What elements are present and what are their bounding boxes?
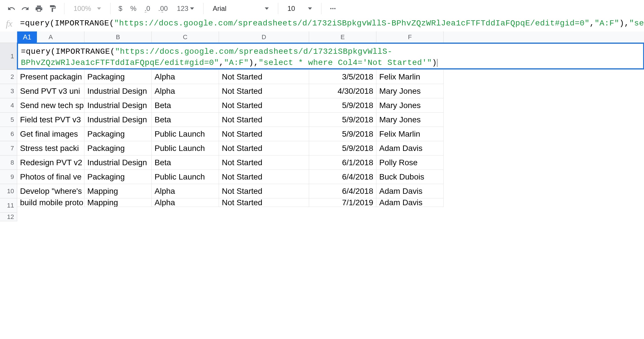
- cell[interactable]: Not Started: [219, 184, 309, 198]
- table-row: Stress test packiPackagingPublic LaunchN…: [17, 141, 644, 155]
- increase-decimal-button[interactable]: .00 →: [156, 5, 170, 13]
- column-header-e[interactable]: E: [309, 31, 376, 43]
- cell[interactable]: Get final images: [17, 127, 84, 141]
- row-header[interactable]: 5: [0, 113, 17, 127]
- column-header-c[interactable]: C: [152, 31, 219, 43]
- more-button[interactable]: [327, 3, 339, 14]
- cell[interactable]: Not Started: [219, 84, 309, 98]
- cell[interactable]: Industrial Design: [84, 113, 152, 127]
- row-header[interactable]: 3: [0, 84, 17, 98]
- cell[interactable]: Adam Davis: [376, 198, 444, 207]
- cell[interactable]: Alpha: [152, 198, 219, 207]
- cell[interactable]: 5/9/2018: [309, 113, 376, 127]
- cell[interactable]: Buck Dubois: [376, 170, 444, 184]
- cell[interactable]: Alpha: [152, 84, 219, 98]
- cell[interactable]: 5/9/2018: [309, 127, 376, 141]
- row-header[interactable]: 7: [0, 141, 17, 155]
- cell[interactable]: Packaging: [84, 70, 152, 84]
- row-header[interactable]: 1: [0, 43, 17, 70]
- formula-bar-input[interactable]: =query(IMPORTRANGE("https://docs.google.…: [15, 17, 644, 28]
- cell[interactable]: 6/1/2018: [309, 155, 376, 170]
- divider: [278, 3, 278, 14]
- cell[interactable]: Redesign PVT v2: [17, 155, 84, 170]
- decrease-decimal-button[interactable]: .0 ←: [142, 5, 153, 13]
- cell[interactable]: Not Started: [219, 155, 309, 170]
- toolbar: 100% $ % .0 ← .00 → 123 Arial 10: [0, 0, 644, 17]
- cell[interactable]: Alpha: [152, 70, 219, 84]
- redo-button[interactable]: [19, 3, 31, 14]
- font-size-select[interactable]: 10: [284, 3, 315, 14]
- cell[interactable]: Adam Davis: [376, 141, 444, 155]
- cell[interactable]: Beta: [152, 113, 219, 127]
- cell[interactable]: 6/4/2018: [309, 184, 376, 198]
- paint-format-button[interactable]: [47, 3, 58, 14]
- row-header[interactable]: 6: [0, 127, 17, 141]
- cell[interactable]: Beta: [152, 155, 219, 170]
- cell[interactable]: Adam Davis: [376, 184, 444, 198]
- cell[interactable]: 6/4/2018: [309, 170, 376, 184]
- cell[interactable]: Mary Jones: [376, 98, 444, 113]
- undo-button[interactable]: [6, 3, 17, 14]
- cell[interactable]: Polly Rose: [376, 155, 444, 170]
- cell[interactable]: Not Started: [219, 170, 309, 184]
- cell[interactable]: Industrial Design: [84, 84, 152, 98]
- cell[interactable]: Develop "where's: [17, 184, 84, 198]
- active-cell-editor[interactable]: =query(IMPORTRANGE("https://docs.google.…: [17, 43, 644, 69]
- cell[interactable]: Mapping: [84, 184, 152, 198]
- cell[interactable]: Packaging: [84, 170, 152, 184]
- cell[interactable]: Public Launch: [152, 141, 219, 155]
- number-format-select[interactable]: 123: [173, 3, 197, 14]
- print-button[interactable]: [33, 3, 45, 14]
- zoom-value: 100%: [74, 5, 91, 13]
- cell[interactable]: Industrial Design: [84, 98, 152, 113]
- cell[interactable]: Packaging: [84, 141, 152, 155]
- cell[interactable]: Public Launch: [152, 170, 219, 184]
- row-header[interactable]: 2: [0, 70, 17, 84]
- cell[interactable]: Packaging: [84, 127, 152, 141]
- row-header[interactable]: 10: [0, 184, 17, 198]
- select-all-corner[interactable]: [0, 31, 17, 43]
- cell[interactable]: Not Started: [219, 141, 309, 155]
- cell[interactable]: Field test PVT v3: [17, 113, 84, 127]
- column-header-f[interactable]: F: [376, 31, 444, 43]
- cell[interactable]: Present packagin: [17, 70, 84, 84]
- cell[interactable]: Beta: [152, 98, 219, 113]
- row-header[interactable]: 9: [0, 170, 17, 184]
- zoom-select[interactable]: 100%: [70, 3, 104, 14]
- row-header[interactable]: 8: [0, 155, 17, 170]
- row-header[interactable]: 11: [0, 198, 17, 213]
- cell[interactable]: Alpha: [152, 184, 219, 198]
- cell[interactable]: Felix Marlin: [376, 70, 444, 84]
- cell[interactable]: Industrial Design: [84, 155, 152, 170]
- cell[interactable]: 5/9/2018: [309, 98, 376, 113]
- cell[interactable]: Felix Marlin: [376, 127, 444, 141]
- cell[interactable]: 4/30/2018: [309, 84, 376, 98]
- cells[interactable]: =query(IMPORTRANGE("https://docs.google.…: [17, 43, 644, 221]
- cell[interactable]: Mapping: [84, 198, 152, 207]
- cell[interactable]: 5/9/2018: [309, 141, 376, 155]
- fx-icon: fx: [3, 17, 15, 29]
- cell[interactable]: Not Started: [219, 127, 309, 141]
- column-header-b[interactable]: B: [84, 31, 152, 43]
- cell[interactable]: Not Started: [219, 113, 309, 127]
- format-currency-button[interactable]: $: [116, 5, 125, 13]
- cell[interactable]: 3/5/2018: [309, 70, 376, 84]
- cell[interactable]: Public Launch: [152, 127, 219, 141]
- cell[interactable]: Not Started: [219, 70, 309, 84]
- cell[interactable]: Not Started: [219, 98, 309, 113]
- cell[interactable]: Stress test packi: [17, 141, 84, 155]
- font-select[interactable]: Arial: [209, 3, 272, 14]
- cell[interactable]: Mary Jones: [376, 84, 444, 98]
- cell[interactable]: Send new tech sp: [17, 98, 84, 113]
- row-header[interactable]: 4: [0, 98, 17, 113]
- cell[interactable]: build mobile proto: [17, 198, 84, 207]
- column-header-d[interactable]: D: [219, 31, 309, 43]
- row-header[interactable]: 12: [0, 213, 17, 221]
- format-percent-button[interactable]: %: [128, 5, 139, 13]
- cell[interactable]: Photos of final ve: [17, 170, 84, 184]
- cell[interactable]: 7/1/2019: [309, 198, 376, 207]
- cell[interactable]: Send PVT v3 uni: [17, 84, 84, 98]
- name-box[interactable]: A1: [17, 31, 37, 43]
- cell[interactable]: Mary Jones: [376, 113, 444, 127]
- cell[interactable]: Not Started: [219, 198, 309, 207]
